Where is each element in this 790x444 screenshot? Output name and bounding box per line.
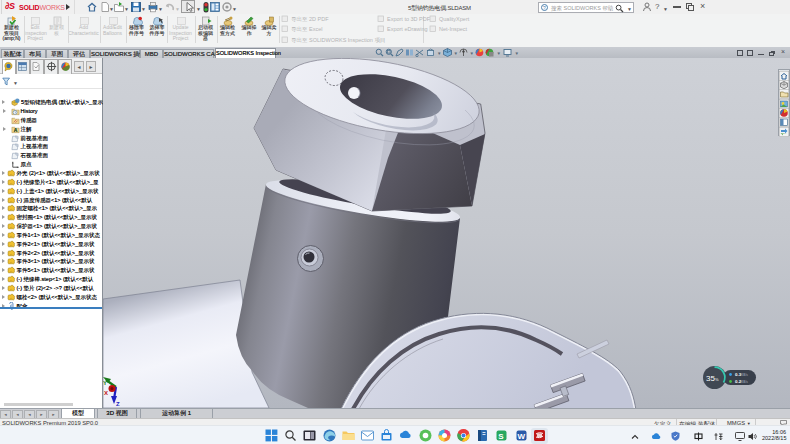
svg-text:S: S — [499, 432, 505, 441]
svg-text:A: A — [13, 128, 17, 133]
svg-text:Y: Y — [103, 380, 107, 386]
svg-text:W: W — [517, 432, 525, 441]
svg-text:X: X — [104, 390, 108, 396]
svg-text:0.2KB/s: 0.2KB/s — [735, 379, 748, 384]
svg-text:Z: Z — [116, 401, 120, 407]
svg-text:0.3KB/s: 0.3KB/s — [735, 372, 748, 377]
